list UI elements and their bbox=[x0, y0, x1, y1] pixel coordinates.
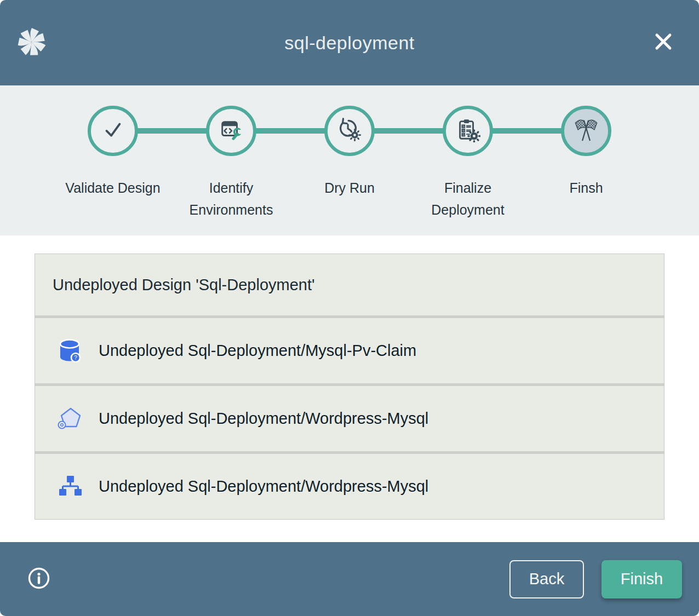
dialog-header: sql-deployment bbox=[0, 0, 699, 85]
info-circle-icon bbox=[27, 567, 50, 591]
pinwheel-logo-icon bbox=[15, 25, 48, 59]
step-label: Validate Design bbox=[65, 177, 160, 199]
step-circle-finalize-deployment[interactable] bbox=[443, 106, 493, 156]
info-button[interactable] bbox=[27, 568, 50, 591]
dialog-body: Undeployed Design 'Sql-Deployment' ? Und… bbox=[0, 235, 699, 542]
dialog-footer: Back Finish bbox=[0, 542, 699, 616]
step-identify-environments: Identify Environments bbox=[172, 106, 290, 221]
step-circle-identify-environments[interactable] bbox=[206, 106, 256, 156]
status-row: Undeployed Sql-Deployment/Wordpress-Mysq… bbox=[35, 454, 664, 519]
step-label: Dry Run bbox=[324, 177, 375, 199]
svg-text:?: ? bbox=[74, 355, 77, 361]
status-panel-header: Undeployed Design 'Sql-Deployment' bbox=[35, 254, 664, 315]
status-row-text: Undeployed Sql-Deployment/Wordpress-Mysq… bbox=[99, 410, 428, 428]
wizard-stepper: Validate Design bbox=[54, 106, 645, 221]
checklist-gear-icon bbox=[455, 117, 480, 145]
step-label: Identify Environments bbox=[182, 177, 280, 221]
pentagon-pod-icon bbox=[56, 405, 83, 433]
step-validate-design: Validate Design bbox=[54, 106, 172, 221]
step-finalize-deployment: Finalize Deployment bbox=[409, 106, 527, 221]
check-icon bbox=[100, 117, 125, 145]
status-row-text: Undeployed Sql-Deployment/Wordpress-Mysq… bbox=[99, 477, 428, 496]
step-circle-dry-run[interactable] bbox=[324, 106, 375, 156]
deployment-status-panel: Undeployed Design 'Sql-Deployment' ? Und… bbox=[35, 254, 664, 520]
step-circle-validate-design[interactable] bbox=[88, 106, 138, 156]
status-header-text: Undeployed Design 'Sql-Deployment' bbox=[53, 276, 315, 294]
status-row: Undeployed Sql-Deployment/Wordpress-Mysq… bbox=[35, 386, 664, 451]
deployment-wizard-dialog: sql-deployment Valida bbox=[0, 0, 699, 616]
status-row-text: Undeployed Sql-Deployment/Mysql-Pv-Claim bbox=[99, 342, 416, 360]
close-button[interactable] bbox=[651, 30, 676, 55]
close-icon bbox=[652, 31, 674, 54]
database-icon: ? bbox=[56, 337, 83, 365]
page-title: sql-deployment bbox=[0, 32, 699, 54]
step-label: Finalize Deployment bbox=[419, 177, 517, 221]
step-dry-run: Dry Run bbox=[290, 106, 409, 221]
finish-button[interactable]: Finish bbox=[601, 560, 682, 598]
step-finish: Finsh bbox=[527, 106, 645, 221]
back-button[interactable]: Back bbox=[509, 560, 584, 598]
step-label: Finsh bbox=[569, 177, 603, 199]
code-wrench-icon bbox=[219, 117, 244, 145]
step-circle-finish[interactable] bbox=[561, 106, 611, 156]
history-gear-icon bbox=[337, 117, 362, 145]
checkered-flags-icon bbox=[574, 117, 599, 145]
hierarchy-tree-icon bbox=[56, 473, 83, 500]
status-row: ? Undeployed Sql-Deployment/Mysql-Pv-Cla… bbox=[35, 318, 664, 383]
stepper-strip: Validate Design bbox=[0, 85, 699, 235]
